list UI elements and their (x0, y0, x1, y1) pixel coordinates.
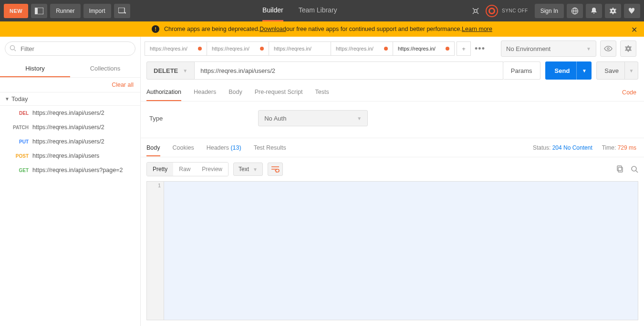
chevron-down-icon: ▼ (253, 167, 258, 172)
nav-team-library[interactable]: Team Library (299, 0, 337, 21)
history-item[interactable]: DELhttps://reqres.in/api/users/2 (0, 106, 140, 120)
toggle-sidebar-button[interactable] (31, 4, 47, 18)
new-window-button[interactable] (114, 4, 130, 18)
history-item[interactable]: PUThttps://reqres.in/api/users/2 (0, 134, 140, 149)
save-dropdown[interactable]: ▼ (624, 61, 638, 80)
chevron-down-icon: ▼ (5, 96, 10, 102)
params-button[interactable]: Params (503, 61, 540, 80)
time-value: 729 ms (618, 144, 636, 151)
banner-text-mid: our free native apps for continued suppo… (286, 26, 462, 32)
view-preview[interactable]: Preview (196, 163, 228, 176)
copy-response-icon[interactable] (616, 165, 624, 173)
method-select[interactable]: DELETE ▼ (146, 61, 195, 80)
resp-tab-body[interactable]: Body (146, 139, 160, 156)
view-mode-segment: Pretty Raw Preview (146, 162, 229, 176)
url-input[interactable] (195, 61, 503, 80)
request-bar: DELETE ▼ Params Send ▼ Save ▼ (141, 57, 644, 84)
svg-rect-2 (118, 8, 125, 13)
sidebar-tab-collections[interactable]: Collections (70, 61, 140, 77)
nav-builder[interactable]: Builder (262, 0, 283, 21)
chevron-down-icon: ▼ (586, 46, 591, 51)
resp-tab-headers[interactable]: Headers (13) (207, 144, 241, 151)
subtab-prerequest[interactable]: Pre-request Script (255, 89, 303, 101)
auth-type-value: No Auth (264, 115, 286, 122)
new-button[interactable]: NEW (4, 4, 28, 18)
auth-type-select[interactable]: No Auth ▼ (258, 110, 368, 126)
banner-text-pre: Chrome apps are being deprecated. (164, 26, 260, 32)
tab-overflow-button[interactable]: ••• (473, 41, 487, 56)
request-tab[interactable]: https://reqres.in/ (393, 41, 455, 56)
history-method: PATCH (10, 125, 29, 130)
runner-button[interactable]: Runner (50, 4, 80, 18)
request-tab[interactable]: https://reqres.in/ (331, 41, 393, 56)
new-tab-button[interactable]: + (457, 41, 471, 56)
send-dropdown[interactable]: ▼ (576, 61, 592, 80)
sign-in-button[interactable]: Sign In (535, 4, 564, 18)
svg-point-9 (10, 46, 15, 50)
svg-line-16 (636, 171, 638, 173)
subtab-body[interactable]: Body (229, 89, 242, 101)
globe-icon[interactable] (567, 4, 583, 18)
sync-status[interactable]: SYNC OFF (469, 5, 528, 17)
view-pretty[interactable]: Pretty (147, 163, 173, 176)
environment-select[interactable]: No Environment ▼ (501, 41, 596, 57)
code-link[interactable]: Code (622, 89, 636, 96)
subtab-headers[interactable]: Headers (194, 89, 216, 101)
format-select[interactable]: Text ▼ (233, 163, 263, 176)
sync-label: SYNC OFF (502, 8, 528, 13)
settings-icon[interactable] (605, 4, 621, 18)
warning-icon: ! (152, 25, 159, 33)
chevron-down-icon: ▼ (183, 68, 187, 73)
svg-line-10 (14, 50, 16, 51)
dirty-indicator-icon (260, 47, 264, 51)
environment-value: No Environment (506, 45, 551, 52)
banner-learn-link[interactable]: Learn more (462, 26, 492, 32)
svg-point-11 (607, 48, 609, 50)
environment-settings-button[interactable] (620, 41, 636, 57)
search-response-icon[interactable] (631, 165, 638, 173)
format-value: Text (239, 166, 249, 173)
send-label: Send (555, 67, 570, 74)
resp-tab-headers-label: Headers (207, 144, 229, 151)
dirty-indicator-icon (198, 47, 202, 51)
response-tabs: Body Cookies Headers (13) Test Results S… (141, 138, 644, 157)
resp-headers-count: (13) (230, 144, 241, 151)
request-tab[interactable]: https://reqres.in/ (145, 41, 207, 56)
response-body[interactable]: 1 (146, 181, 638, 320)
resp-tab-cookies[interactable]: Cookies (173, 144, 194, 151)
history-item[interactable]: GEThttps://reqres.in/api/users?page=2 (0, 163, 140, 177)
request-tab-label: https://reqres.in/ (336, 46, 374, 51)
history-group-today[interactable]: ▼Today (0, 92, 140, 106)
history-method: DEL (10, 111, 29, 116)
view-raw[interactable]: Raw (173, 163, 196, 176)
subtab-authorization[interactable]: Authorization (146, 89, 181, 101)
history-item[interactable]: PATCHhttps://reqres.in/api/users/2 (0, 120, 140, 134)
import-button[interactable]: Import (83, 4, 111, 18)
history-url: https://reqres.in/api/users (32, 153, 99, 159)
request-tab[interactable]: https://reqres.in/ (269, 41, 331, 56)
subtab-tests[interactable]: Tests (315, 89, 329, 101)
save-button[interactable]: Save ▼ (596, 61, 638, 80)
clear-all-link[interactable]: Clear all (112, 82, 134, 88)
banner-download-link[interactable]: Download (260, 26, 286, 32)
response-toolbar: Pretty Raw Preview Text ▼ (141, 157, 644, 181)
filter-input[interactable] (5, 41, 135, 56)
dirty-indicator-icon (446, 47, 449, 51)
line-number: 1 (150, 183, 161, 188)
satellite-icon (469, 5, 482, 17)
history-item[interactable]: POSThttps://reqres.in/api/users (0, 149, 140, 163)
resp-tab-testresults[interactable]: Test Results (254, 144, 286, 151)
deprecation-banner: ! Chrome apps are being deprecated. Down… (0, 21, 644, 37)
sync-ring-icon (486, 5, 498, 17)
banner-close-icon[interactable]: ✕ (631, 25, 637, 34)
send-button[interactable]: Send ▼ (545, 61, 592, 80)
request-tab[interactable]: https://reqres.in/ (207, 41, 269, 56)
svg-point-5 (474, 10, 477, 12)
heart-icon[interactable] (624, 4, 640, 18)
sidebar-tab-history[interactable]: History (0, 61, 70, 77)
notifications-icon[interactable] (586, 4, 602, 18)
history-group-label: Today (11, 95, 28, 102)
history-url: https://reqres.in/api/users/2 (32, 110, 104, 116)
wrap-lines-button[interactable] (268, 163, 283, 176)
environment-quicklook-button[interactable] (600, 41, 616, 57)
